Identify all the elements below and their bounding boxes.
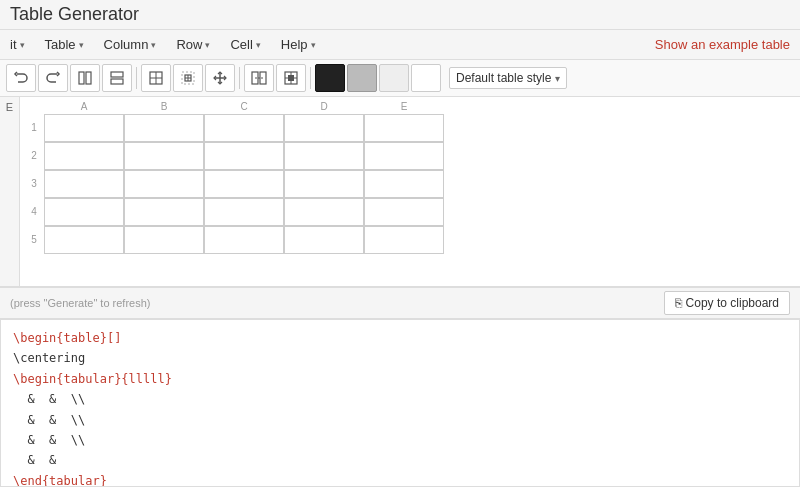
code-line-7: & & bbox=[13, 450, 787, 470]
menu-cell[interactable]: Cell ▾ bbox=[220, 33, 270, 56]
menu-row-label: Row bbox=[176, 37, 202, 52]
table-row: 5 bbox=[24, 226, 796, 254]
menu-edit-arrow: ▾ bbox=[20, 40, 25, 50]
menu-table-arrow: ▾ bbox=[79, 40, 84, 50]
merge-icon bbox=[283, 70, 299, 86]
border-all-button[interactable] bbox=[141, 64, 171, 92]
move-icon bbox=[212, 70, 228, 86]
e-label: E bbox=[6, 101, 13, 113]
menu-table-label: Table bbox=[45, 37, 76, 52]
color-light-button[interactable] bbox=[379, 64, 409, 92]
cell-3-a[interactable] bbox=[44, 170, 124, 198]
undo-icon bbox=[13, 70, 29, 86]
col-icon bbox=[77, 70, 93, 86]
code-output: \begin{table}[] \centering \begin{tabula… bbox=[0, 319, 800, 487]
corner-spacer bbox=[24, 101, 44, 112]
table-row: 3 bbox=[24, 170, 796, 198]
cell-4-b[interactable] bbox=[124, 198, 204, 226]
cell-3-b[interactable] bbox=[124, 170, 204, 198]
copy-button-label: Copy to clipboard bbox=[686, 296, 779, 310]
menu-cell-arrow: ▾ bbox=[256, 40, 261, 50]
code-line-6: & & \\ bbox=[13, 430, 787, 450]
table-style-dropdown[interactable]: Default table style ▾ bbox=[449, 67, 567, 89]
svg-rect-0 bbox=[79, 72, 84, 84]
table-row: 2 bbox=[24, 142, 796, 170]
undo-button[interactable] bbox=[6, 64, 36, 92]
row-num-1: 1 bbox=[24, 114, 44, 142]
border-all-icon bbox=[148, 70, 164, 86]
table-style-label: Default table style bbox=[456, 71, 551, 85]
editor-area: E A B C D E 1 2 bbox=[0, 97, 800, 287]
cell-3-d[interactable] bbox=[284, 170, 364, 198]
cell-2-e[interactable] bbox=[364, 142, 444, 170]
copy-to-clipboard-button[interactable]: ⎘ Copy to clipboard bbox=[664, 291, 790, 315]
grid-container: A B C D E 1 2 3 bbox=[20, 97, 800, 286]
e-label-column: E bbox=[0, 97, 20, 286]
cell-3-e[interactable] bbox=[364, 170, 444, 198]
cell-1-d[interactable] bbox=[284, 114, 364, 142]
cell-5-d[interactable] bbox=[284, 226, 364, 254]
statusbar: (press "Generate" to refresh) ⎘ Copy to … bbox=[0, 287, 800, 319]
clipboard-icon: ⎘ bbox=[675, 296, 682, 310]
split-col-icon bbox=[251, 70, 267, 86]
dropdown-arrow-icon: ▾ bbox=[555, 73, 560, 84]
cell-4-c[interactable] bbox=[204, 198, 284, 226]
menu-help-label: Help bbox=[281, 37, 308, 52]
svg-rect-2 bbox=[111, 72, 123, 77]
menubar: it ▾ Table ▾ Column ▾ Row ▾ Cell ▾ Help … bbox=[0, 30, 800, 60]
cell-2-a[interactable] bbox=[44, 142, 124, 170]
cell-1-c[interactable] bbox=[204, 114, 284, 142]
cell-4-d[interactable] bbox=[284, 198, 364, 226]
code-line-2: \centering bbox=[13, 348, 787, 368]
menu-edit[interactable]: it ▾ bbox=[0, 33, 35, 56]
toolbar-separator-3 bbox=[310, 67, 311, 89]
cell-4-e[interactable] bbox=[364, 198, 444, 226]
cell-1-b[interactable] bbox=[124, 114, 204, 142]
cell-5-a[interactable] bbox=[44, 226, 124, 254]
cell-2-d[interactable] bbox=[284, 142, 364, 170]
row-num-4: 4 bbox=[24, 198, 44, 226]
code-line-1: \begin{table}[] bbox=[13, 328, 787, 348]
menu-column-label: Column bbox=[104, 37, 149, 52]
row-icon bbox=[109, 70, 125, 86]
toolbar: Default table style ▾ bbox=[0, 60, 800, 97]
menu-cell-label: Cell bbox=[230, 37, 252, 52]
merge-button[interactable] bbox=[276, 64, 306, 92]
cell-5-c[interactable] bbox=[204, 226, 284, 254]
menu-column[interactable]: Column ▾ bbox=[94, 33, 167, 56]
menu-edit-label: it bbox=[10, 37, 17, 52]
menu-row[interactable]: Row ▾ bbox=[166, 33, 220, 56]
toolbar-separator-1 bbox=[136, 67, 137, 89]
format-button-1[interactable] bbox=[70, 64, 100, 92]
col-header-c: C bbox=[204, 101, 284, 112]
cell-3-c[interactable] bbox=[204, 170, 284, 198]
redo-icon bbox=[45, 70, 61, 86]
color-gray-button[interactable] bbox=[347, 64, 377, 92]
cell-2-b[interactable] bbox=[124, 142, 204, 170]
cell-5-e[interactable] bbox=[364, 226, 444, 254]
split-col-button[interactable] bbox=[244, 64, 274, 92]
app-header: Table Generator bbox=[0, 0, 800, 30]
row-num-2: 2 bbox=[24, 142, 44, 170]
menu-help-arrow: ▾ bbox=[311, 40, 316, 50]
menu-row-arrow: ▾ bbox=[205, 40, 210, 50]
code-line-8: \end{tabular} bbox=[13, 471, 787, 487]
cell-4-a[interactable] bbox=[44, 198, 124, 226]
cell-2-c[interactable] bbox=[204, 142, 284, 170]
color-white-button[interactable] bbox=[411, 64, 441, 92]
move-button[interactable] bbox=[205, 64, 235, 92]
border-inner-button[interactable] bbox=[173, 64, 203, 92]
menu-help[interactable]: Help ▾ bbox=[271, 33, 326, 56]
status-hint: (press "Generate" to refresh) bbox=[10, 297, 150, 309]
color-black-button[interactable] bbox=[315, 64, 345, 92]
show-example-link[interactable]: Show an example table bbox=[655, 37, 790, 52]
col-header-a: A bbox=[44, 101, 124, 112]
menu-table[interactable]: Table ▾ bbox=[35, 33, 94, 56]
redo-button[interactable] bbox=[38, 64, 68, 92]
cell-1-a[interactable] bbox=[44, 114, 124, 142]
menu-column-arrow: ▾ bbox=[151, 40, 156, 50]
cell-1-e[interactable] bbox=[364, 114, 444, 142]
cell-5-b[interactable] bbox=[124, 226, 204, 254]
format-button-2[interactable] bbox=[102, 64, 132, 92]
table-row: 4 bbox=[24, 198, 796, 226]
